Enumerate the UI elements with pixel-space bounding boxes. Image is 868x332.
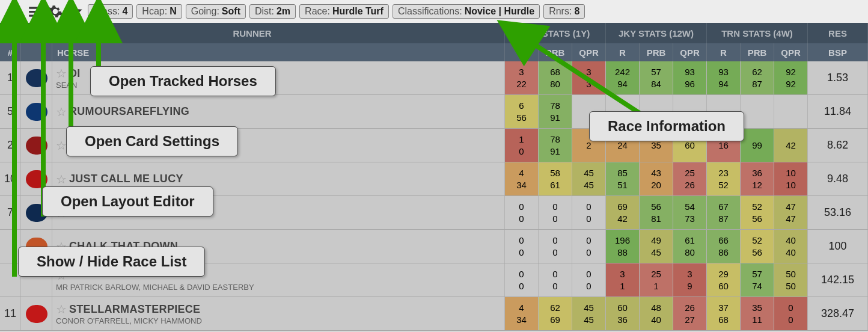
horse-name: CHALK THAT DOWN: [69, 240, 178, 253]
col-horse[interactable]: HORSE: [52, 43, 505, 61]
stat-cell: 5861: [539, 162, 572, 195]
stat-cell: 42: [774, 129, 808, 162]
stat-cell: 434: [505, 162, 539, 195]
pill-value: Hurdle Turf: [332, 6, 384, 17]
table-row[interactable]: 7☆00000069425681547367875256474753.16: [0, 196, 868, 230]
stat-cell: 5473: [673, 196, 707, 229]
table-row[interactable]: 1☆DISEAN32268803324294578493969394628792…: [0, 61, 868, 95]
table-row[interactable]: ☆MR PATRICK BARLOW, MICHAEL & DAVID EAST…: [0, 263, 868, 297]
pill-label: Class:: [93, 6, 120, 17]
stat-cell: 3612: [741, 162, 774, 195]
stat-cell: 9394: [707, 61, 741, 94]
pill-label: Going:: [191, 6, 219, 17]
stat-cell: [774, 95, 808, 128]
group-trn: TRN STATS (4W): [707, 23, 808, 43]
stat-cell: 31: [606, 263, 640, 297]
table-row[interactable]: 11☆STELLARMASTERPIECECONOR O'FARRELL, MI…: [0, 297, 868, 331]
col-num[interactable]: #: [0, 43, 21, 61]
toolbar: Class: 4 Hcap: N Going: Soft Dist: 2m Ra…: [0, 0, 868, 23]
horse-cell[interactable]: ☆: [52, 129, 505, 162]
star-outline-icon[interactable]: ☆: [56, 66, 67, 81]
silk-icon: [21, 162, 52, 195]
stat-cell: 7891: [539, 129, 572, 162]
bsp-value: 1.53: [808, 61, 868, 94]
star-outline-icon[interactable]: ☆: [56, 206, 67, 220]
stat-cell: 3768: [707, 297, 741, 330]
stat-cell: 6287: [741, 61, 774, 94]
layout-editor-button[interactable]: [26, 3, 43, 20]
stat-cell: 2: [572, 129, 606, 162]
horse-cell[interactable]: ☆MR PATRICK BARLOW, MICHAEL & DAVID EAST…: [52, 263, 505, 297]
star-outline-icon[interactable]: ☆: [56, 105, 67, 119]
star-outline-icon[interactable]: ☆: [56, 302, 67, 316]
col-jky-qpr[interactable]: QPR: [673, 43, 707, 61]
stat-cell: [572, 95, 606, 128]
pill-race: Race: Hurdle Turf: [299, 4, 389, 19]
col-jky-prb[interactable]: PRB: [640, 43, 673, 61]
stat-cell: 00: [774, 297, 808, 330]
tracked-horses-button[interactable]: [67, 3, 84, 20]
bsp-value: 100: [808, 230, 868, 263]
col-bsp[interactable]: BSP: [808, 43, 868, 61]
star-outline-icon[interactable]: ☆: [56, 172, 67, 186]
stat-cell: 00: [539, 230, 572, 263]
stat-cell: 5256: [741, 230, 774, 263]
horse-cell[interactable]: ☆RUMOURSAREFLYING: [52, 95, 505, 128]
column-group-header: RUNNER HRS STATS (1Y) JKY STATS (12W) TR…: [0, 23, 868, 43]
pill-runners: Rnrs: 8: [543, 4, 585, 19]
star-outline-icon[interactable]: ☆: [56, 138, 67, 153]
stat-cell: 6036: [606, 297, 640, 330]
col-hrs-r[interactable]: R: [505, 43, 539, 61]
table-row[interactable]: 10☆JUST CALL ME LUCY43458614545855143202…: [0, 162, 868, 196]
runner-number: 2: [0, 129, 21, 162]
silk-icon: [21, 95, 52, 128]
table-row[interactable]: 5☆RUMOURSAREFLYING656789111.84: [0, 95, 868, 129]
silk-icon: [21, 297, 52, 330]
horse-name: DI: [69, 67, 81, 80]
group-res: RES: [808, 23, 868, 43]
stat-cell: 24: [606, 129, 640, 162]
stat-cell: 6269: [539, 297, 572, 330]
horse-cell[interactable]: ☆JUST CALL ME LUCY: [52, 162, 505, 195]
horse-cell[interactable]: ☆STELLARMASTERPIECECONOR O'FARRELL, MICK…: [52, 297, 505, 330]
col-hrs-qpr[interactable]: QPR: [572, 43, 606, 61]
horse-cell[interactable]: ☆DISEAN: [52, 61, 505, 94]
pill-value: 8: [574, 6, 579, 17]
stat-cell: 251: [640, 263, 673, 297]
table-row[interactable]: 2☆10789122435601699428.62: [0, 129, 868, 162]
pill-dist: Dist: 2m: [249, 4, 296, 19]
stat-cell: 6942: [606, 196, 640, 229]
stat-cell: 5784: [640, 61, 673, 94]
stat-cell: 16: [707, 129, 741, 162]
stat-cell: 656: [505, 95, 539, 128]
col-trn-prb[interactable]: PRB: [741, 43, 774, 61]
stat-cell: [741, 95, 774, 128]
col-trn-qpr[interactable]: QPR: [774, 43, 808, 61]
pill-label: Rnrs:: [549, 6, 572, 17]
horse-cell[interactable]: ☆CHALK THAT DOWN: [52, 230, 505, 263]
stat-cell: 10: [505, 129, 539, 162]
stat-cell: 60: [673, 129, 707, 162]
stat-cell: 9292: [774, 61, 808, 94]
pill-class: Class: 4: [88, 4, 133, 19]
bsp-value: 9.48: [808, 162, 868, 195]
stat-cell: 1010: [774, 162, 808, 195]
table-row[interactable]: ☆CHALK THAT DOWN000000196884945618066865…: [0, 230, 868, 263]
col-hrs-prb[interactable]: PRB: [539, 43, 572, 61]
star-outline-icon[interactable]: ☆: [56, 239, 67, 254]
card-settings-button[interactable]: [47, 3, 64, 20]
star-outline-icon[interactable]: ☆: [56, 268, 67, 283]
pill-value: Novice | Hurdle: [465, 6, 535, 17]
col-trn-r[interactable]: R: [707, 43, 741, 61]
stat-cell: 3511: [741, 297, 774, 330]
race-card-container: Class: 4 Hcap: N Going: Soft Dist: 2m Ra…: [0, 0, 868, 331]
pill-label: Dist:: [255, 6, 274, 17]
pill-label: Race:: [305, 6, 330, 17]
stat-cell: 33: [572, 61, 606, 94]
horse-cell[interactable]: ☆: [52, 196, 505, 229]
col-jky-r[interactable]: R: [606, 43, 640, 61]
toggle-race-list-button[interactable]: [6, 3, 23, 20]
pill-classifications: Classifications: Novice | Hurdle: [393, 4, 540, 19]
stat-cell: 19688: [606, 230, 640, 263]
silk-icon: [21, 263, 52, 297]
